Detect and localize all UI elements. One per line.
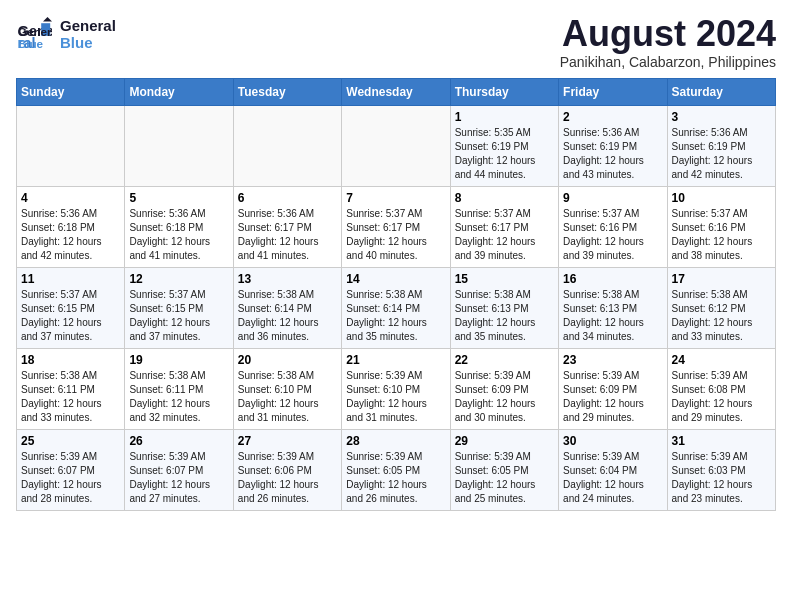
day-cell: 1Sunrise: 5:35 AMSunset: 6:19 PMDaylight…: [450, 106, 558, 187]
svg-marker-3: [43, 17, 52, 22]
day-cell: 8Sunrise: 5:37 AMSunset: 6:17 PMDaylight…: [450, 187, 558, 268]
day-number: 28: [346, 434, 445, 448]
day-cell: 29Sunrise: 5:39 AMSunset: 6:05 PMDayligh…: [450, 430, 558, 511]
day-info: Sunrise: 5:39 AMSunset: 6:07 PMDaylight:…: [129, 450, 228, 506]
day-number: 20: [238, 353, 337, 367]
day-info: Sunrise: 5:37 AMSunset: 6:17 PMDaylight:…: [346, 207, 445, 263]
day-info: Sunrise: 5:39 AMSunset: 6:05 PMDaylight:…: [346, 450, 445, 506]
day-info: Sunrise: 5:39 AMSunset: 6:04 PMDaylight:…: [563, 450, 662, 506]
day-cell: 19Sunrise: 5:38 AMSunset: 6:11 PMDayligh…: [125, 349, 233, 430]
day-info: Sunrise: 5:39 AMSunset: 6:03 PMDaylight:…: [672, 450, 771, 506]
day-info: Sunrise: 5:36 AMSunset: 6:17 PMDaylight:…: [238, 207, 337, 263]
day-info: Sunrise: 5:36 AMSunset: 6:19 PMDaylight:…: [563, 126, 662, 182]
day-info: Sunrise: 5:39 AMSunset: 6:09 PMDaylight:…: [455, 369, 554, 425]
day-info: Sunrise: 5:39 AMSunset: 6:10 PMDaylight:…: [346, 369, 445, 425]
day-cell: 20Sunrise: 5:38 AMSunset: 6:10 PMDayligh…: [233, 349, 341, 430]
day-number: 9: [563, 191, 662, 205]
logo-line2: Blue: [60, 34, 116, 51]
title-block: August 2024 Panikihan, Calabarzon, Phili…: [560, 16, 776, 70]
day-cell: 27Sunrise: 5:39 AMSunset: 6:06 PMDayligh…: [233, 430, 341, 511]
calendar-body: 1Sunrise: 5:35 AMSunset: 6:19 PMDaylight…: [17, 106, 776, 511]
logo-line1: General: [60, 17, 116, 34]
day-number: 11: [21, 272, 120, 286]
day-info: Sunrise: 5:39 AMSunset: 6:07 PMDaylight:…: [21, 450, 120, 506]
day-number: 13: [238, 272, 337, 286]
day-number: 23: [563, 353, 662, 367]
day-info: Sunrise: 5:36 AMSunset: 6:18 PMDaylight:…: [21, 207, 120, 263]
day-info: Sunrise: 5:38 AMSunset: 6:14 PMDaylight:…: [238, 288, 337, 344]
week-row-1: 1Sunrise: 5:35 AMSunset: 6:19 PMDaylight…: [17, 106, 776, 187]
day-cell: 28Sunrise: 5:39 AMSunset: 6:05 PMDayligh…: [342, 430, 450, 511]
day-number: 25: [21, 434, 120, 448]
day-number: 19: [129, 353, 228, 367]
day-number: 31: [672, 434, 771, 448]
day-number: 14: [346, 272, 445, 286]
header-tuesday: Tuesday: [233, 79, 341, 106]
day-number: 27: [238, 434, 337, 448]
day-info: Sunrise: 5:36 AMSunset: 6:18 PMDaylight:…: [129, 207, 228, 263]
day-cell: 25Sunrise: 5:39 AMSunset: 6:07 PMDayligh…: [17, 430, 125, 511]
day-cell: 21Sunrise: 5:39 AMSunset: 6:10 PMDayligh…: [342, 349, 450, 430]
day-cell: 22Sunrise: 5:39 AMSunset: 6:09 PMDayligh…: [450, 349, 558, 430]
header-sunday: Sunday: [17, 79, 125, 106]
day-number: 7: [346, 191, 445, 205]
week-row-3: 11Sunrise: 5:37 AMSunset: 6:15 PMDayligh…: [17, 268, 776, 349]
day-cell: 31Sunrise: 5:39 AMSunset: 6:03 PMDayligh…: [667, 430, 775, 511]
day-number: 16: [563, 272, 662, 286]
day-cell: 17Sunrise: 5:38 AMSunset: 6:12 PMDayligh…: [667, 268, 775, 349]
day-info: Sunrise: 5:37 AMSunset: 6:17 PMDaylight:…: [455, 207, 554, 263]
day-cell: 9Sunrise: 5:37 AMSunset: 6:16 PMDaylight…: [559, 187, 667, 268]
day-number: 4: [21, 191, 120, 205]
main-title: August 2024: [560, 16, 776, 52]
day-info: Sunrise: 5:37 AMSunset: 6:15 PMDaylight:…: [21, 288, 120, 344]
day-cell: [125, 106, 233, 187]
logo-icon: Gene ral General Blue: [16, 16, 52, 52]
day-info: Sunrise: 5:39 AMSunset: 6:05 PMDaylight:…: [455, 450, 554, 506]
svg-text:Blue: Blue: [18, 37, 44, 50]
day-cell: 13Sunrise: 5:38 AMSunset: 6:14 PMDayligh…: [233, 268, 341, 349]
day-cell: 2Sunrise: 5:36 AMSunset: 6:19 PMDaylight…: [559, 106, 667, 187]
day-number: 26: [129, 434, 228, 448]
calendar: SundayMondayTuesdayWednesdayThursdayFrid…: [16, 78, 776, 511]
week-row-2: 4Sunrise: 5:36 AMSunset: 6:18 PMDaylight…: [17, 187, 776, 268]
day-number: 10: [672, 191, 771, 205]
day-number: 30: [563, 434, 662, 448]
day-number: 2: [563, 110, 662, 124]
day-number: 6: [238, 191, 337, 205]
header-wednesday: Wednesday: [342, 79, 450, 106]
day-info: Sunrise: 5:38 AMSunset: 6:13 PMDaylight:…: [455, 288, 554, 344]
day-cell: [17, 106, 125, 187]
day-cell: 11Sunrise: 5:37 AMSunset: 6:15 PMDayligh…: [17, 268, 125, 349]
day-info: Sunrise: 5:39 AMSunset: 6:09 PMDaylight:…: [563, 369, 662, 425]
day-number: 8: [455, 191, 554, 205]
day-cell: 24Sunrise: 5:39 AMSunset: 6:08 PMDayligh…: [667, 349, 775, 430]
day-cell: 18Sunrise: 5:38 AMSunset: 6:11 PMDayligh…: [17, 349, 125, 430]
page-header: Gene ral General Blue General Blue Augus…: [16, 16, 776, 70]
day-cell: 5Sunrise: 5:36 AMSunset: 6:18 PMDaylight…: [125, 187, 233, 268]
day-cell: 7Sunrise: 5:37 AMSunset: 6:17 PMDaylight…: [342, 187, 450, 268]
day-cell: 23Sunrise: 5:39 AMSunset: 6:09 PMDayligh…: [559, 349, 667, 430]
day-info: Sunrise: 5:38 AMSunset: 6:14 PMDaylight:…: [346, 288, 445, 344]
day-cell: 10Sunrise: 5:37 AMSunset: 6:16 PMDayligh…: [667, 187, 775, 268]
day-info: Sunrise: 5:37 AMSunset: 6:15 PMDaylight:…: [129, 288, 228, 344]
header-thursday: Thursday: [450, 79, 558, 106]
day-cell: 15Sunrise: 5:38 AMSunset: 6:13 PMDayligh…: [450, 268, 558, 349]
calendar-header-row: SundayMondayTuesdayWednesdayThursdayFrid…: [17, 79, 776, 106]
day-number: 12: [129, 272, 228, 286]
header-monday: Monday: [125, 79, 233, 106]
subtitle: Panikihan, Calabarzon, Philippines: [560, 54, 776, 70]
day-cell: [342, 106, 450, 187]
day-number: 29: [455, 434, 554, 448]
day-cell: [233, 106, 341, 187]
day-info: Sunrise: 5:39 AMSunset: 6:06 PMDaylight:…: [238, 450, 337, 506]
header-friday: Friday: [559, 79, 667, 106]
day-info: Sunrise: 5:37 AMSunset: 6:16 PMDaylight:…: [672, 207, 771, 263]
day-number: 24: [672, 353, 771, 367]
logo: Gene ral General Blue General Blue: [16, 16, 116, 52]
day-cell: 14Sunrise: 5:38 AMSunset: 6:14 PMDayligh…: [342, 268, 450, 349]
day-info: Sunrise: 5:38 AMSunset: 6:13 PMDaylight:…: [563, 288, 662, 344]
day-info: Sunrise: 5:35 AMSunset: 6:19 PMDaylight:…: [455, 126, 554, 182]
day-number: 17: [672, 272, 771, 286]
day-info: Sunrise: 5:39 AMSunset: 6:08 PMDaylight:…: [672, 369, 771, 425]
day-number: 22: [455, 353, 554, 367]
